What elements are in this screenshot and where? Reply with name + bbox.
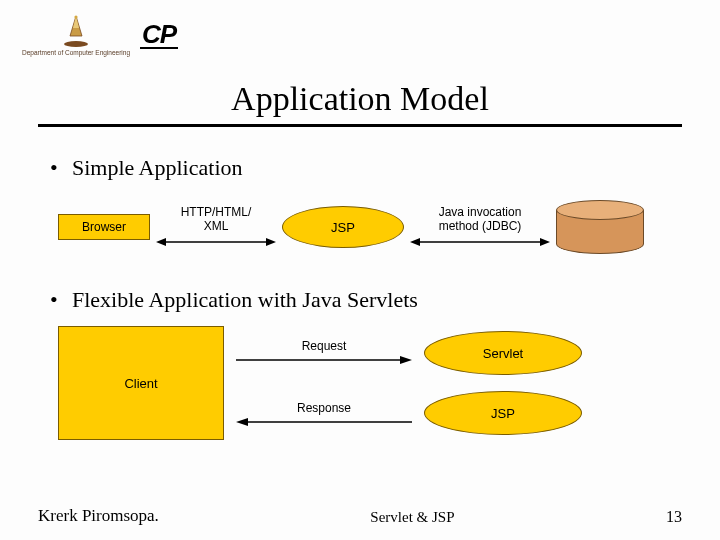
svg-point-1 — [74, 15, 77, 18]
slide: Department of Computer Engineering CP Ap… — [0, 0, 720, 540]
arrow-column: Request Response — [236, 333, 412, 433]
servlet-ellipse: Servlet — [424, 331, 582, 375]
logo-area: Department of Computer Engineering CP — [22, 14, 178, 56]
footer-center: Servlet & JSP — [159, 509, 666, 526]
dept-caption: Department of Computer Engineering — [22, 49, 130, 56]
connector-jdbc-label: Java invocation method (JDBC) — [439, 206, 522, 234]
bullet-list: Flexible Application with Java Servlets — [38, 287, 682, 313]
database-cylinder — [556, 200, 644, 254]
connector-http-label: HTTP/HTML/ XML — [181, 206, 252, 234]
servlet-jsp-stack: Servlet JSP — [424, 331, 582, 435]
title-rule — [38, 124, 682, 127]
cylinder-top-icon — [556, 200, 644, 220]
browser-box: Browser — [58, 214, 150, 240]
jsp-ellipse: JSP — [282, 206, 404, 248]
svg-point-0 — [64, 41, 88, 47]
svg-marker-9 — [400, 356, 412, 364]
request-label: Request — [302, 339, 347, 353]
double-arrow-icon — [156, 236, 276, 248]
svg-marker-11 — [236, 418, 248, 426]
svg-marker-3 — [156, 238, 166, 246]
client-box: Client — [58, 326, 224, 440]
footer-author: Krerk Piromsopa. — [38, 506, 159, 526]
svg-marker-4 — [266, 238, 276, 246]
response-label: Response — [297, 401, 351, 415]
double-arrow-icon — [410, 236, 550, 248]
connector-jdbc: Java invocation method (JDBC) — [410, 206, 550, 248]
diagram-flexible: Client Request Response Servlet JSP — [58, 323, 682, 443]
bullet-list: Simple Application — [38, 155, 682, 181]
jsp-ellipse: JSP — [424, 391, 582, 435]
arrow-right-icon — [236, 355, 412, 365]
arrow-left-icon — [236, 417, 412, 427]
footer: Krerk Piromsopa. Servlet & JSP 13 — [0, 506, 720, 526]
bullet-flexible: Flexible Application with Java Servlets — [72, 287, 682, 313]
page-title: Application Model — [38, 80, 682, 118]
response-arrow-row: Response — [236, 401, 412, 427]
connector-http: HTTP/HTML/ XML — [156, 206, 276, 248]
svg-marker-6 — [410, 238, 420, 246]
bullet-simple: Simple Application — [72, 155, 682, 181]
diagram-simple: Browser HTTP/HTML/ XML JSP Java invocati… — [58, 191, 682, 263]
request-arrow-row: Request — [236, 339, 412, 365]
dept-logo: Department of Computer Engineering — [22, 14, 130, 56]
svg-marker-7 — [540, 238, 550, 246]
footer-page-number: 13 — [666, 508, 682, 526]
cp-logo: CP — [140, 21, 178, 49]
emblem-icon — [62, 14, 90, 48]
